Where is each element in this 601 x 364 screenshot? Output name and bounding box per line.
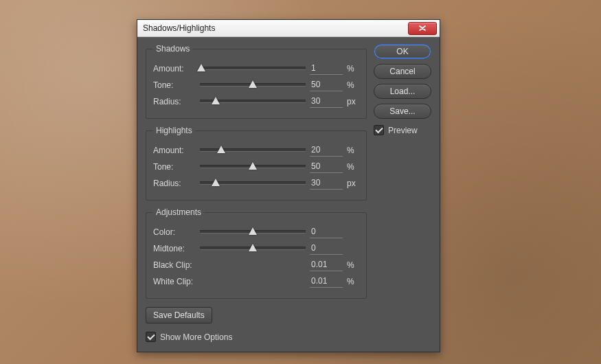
adj-whiteclip-label: White Clip: xyxy=(153,277,310,286)
shadows-highlights-dialog: Shadows/Highlights Shadows Amount: 1 % xyxy=(137,19,440,352)
shadows-tone-input[interactable]: 50 xyxy=(310,80,343,91)
shadows-amount-label: Amount: xyxy=(153,64,196,73)
adj-color-label: Color: xyxy=(153,227,196,237)
shadows-amount-row: Amount: 1 % xyxy=(153,62,359,76)
adj-midtone-input[interactable]: 0 xyxy=(310,243,343,255)
shadows-radius-row: Radius: 30 px xyxy=(153,95,359,109)
unit-label: % xyxy=(343,260,359,270)
titlebar[interactable]: Shadows/Highlights xyxy=(137,20,440,37)
highlights-tone-slider[interactable] xyxy=(200,161,306,173)
shadows-group: Shadows Amount: 1 % Tone: xyxy=(146,44,367,119)
save-defaults-button[interactable]: Save Defaults xyxy=(146,307,212,323)
shadows-radius-input[interactable]: 30 xyxy=(310,96,343,108)
slider-thumb-icon[interactable] xyxy=(249,244,257,251)
highlights-amount-row: Amount: 20 % xyxy=(153,144,359,157)
highlights-tone-row: Tone: 50 % xyxy=(153,160,359,174)
adj-color-row: Color: 0 xyxy=(153,225,359,239)
slider-thumb-icon[interactable] xyxy=(249,80,257,88)
highlights-tone-label: Tone: xyxy=(153,162,196,172)
highlights-radius-slider[interactable] xyxy=(200,177,306,190)
show-more-options-checkbox[interactable]: Show More Options xyxy=(146,332,367,342)
preview-label: Preview xyxy=(388,126,418,135)
adj-color-slider[interactable] xyxy=(200,226,306,238)
close-icon xyxy=(419,25,426,31)
ok-button[interactable]: OK xyxy=(374,44,431,59)
shadows-radius-label: Radius: xyxy=(153,97,196,106)
shadows-tone-label: Tone: xyxy=(153,80,196,90)
adjustments-legend: Adjustments xyxy=(153,207,204,217)
highlights-radius-input[interactable]: 30 xyxy=(310,178,343,190)
unit-label: % xyxy=(343,64,359,73)
checkbox-icon xyxy=(146,332,156,342)
adj-color-input[interactable]: 0 xyxy=(310,227,343,238)
slider-thumb-icon[interactable] xyxy=(217,146,225,153)
cancel-button[interactable]: Cancel xyxy=(374,64,431,79)
close-button[interactable] xyxy=(408,22,437,35)
highlights-amount-label: Amount: xyxy=(153,146,196,155)
adj-midtone-label: Midtone: xyxy=(153,244,196,253)
slider-thumb-icon[interactable] xyxy=(212,97,220,104)
highlights-amount-input[interactable]: 20 xyxy=(310,145,343,157)
slider-thumb-icon[interactable] xyxy=(212,179,220,186)
shadows-legend: Shadows xyxy=(153,44,192,54)
unit-label: % xyxy=(343,277,359,286)
checkbox-icon xyxy=(374,125,384,135)
shadows-tone-slider[interactable] xyxy=(200,79,306,91)
shadows-tone-row: Tone: 50 % xyxy=(153,78,359,92)
adj-midtone-row: Midtone: 0 xyxy=(153,242,359,255)
highlights-radius-label: Radius: xyxy=(153,179,196,188)
load-button[interactable]: Load... xyxy=(374,84,431,99)
slider-thumb-icon[interactable] xyxy=(197,64,205,71)
adjustments-group: Adjustments Color: 0 Midtone: xyxy=(146,207,367,299)
unit-label: % xyxy=(343,80,359,90)
save-button[interactable]: Save... xyxy=(374,104,431,119)
shadows-amount-input[interactable]: 1 xyxy=(310,63,343,75)
show-more-options-label: Show More Options xyxy=(160,332,232,342)
adj-whiteclip-input[interactable]: 0.01 xyxy=(310,276,343,288)
unit-label: % xyxy=(343,162,359,172)
window-title: Shadows/Highlights xyxy=(143,23,408,33)
adj-blackclip-input[interactable]: 0.01 xyxy=(310,260,343,271)
adj-blackclip-label: Black Clip: xyxy=(153,260,310,270)
adj-whiteclip-row: White Clip: 0.01 % xyxy=(153,275,359,288)
slider-thumb-icon[interactable] xyxy=(249,227,257,235)
preview-checkbox[interactable]: Preview xyxy=(374,125,431,135)
highlights-group: Highlights Amount: 20 % Tone: xyxy=(146,126,367,201)
shadows-radius-slider[interactable] xyxy=(200,95,306,108)
unit-label: px xyxy=(343,97,359,106)
unit-label: px xyxy=(343,179,359,188)
unit-label: % xyxy=(343,146,359,155)
highlights-legend: Highlights xyxy=(153,126,195,135)
slider-thumb-icon[interactable] xyxy=(249,162,257,170)
shadows-amount-slider[interactable] xyxy=(200,62,306,75)
adj-blackclip-row: Black Clip: 0.01 % xyxy=(153,258,359,272)
highlights-tone-input[interactable]: 50 xyxy=(310,161,343,173)
adj-midtone-slider[interactable] xyxy=(200,242,306,255)
highlights-radius-row: Radius: 30 px xyxy=(153,177,359,190)
highlights-amount-slider[interactable] xyxy=(200,144,306,157)
